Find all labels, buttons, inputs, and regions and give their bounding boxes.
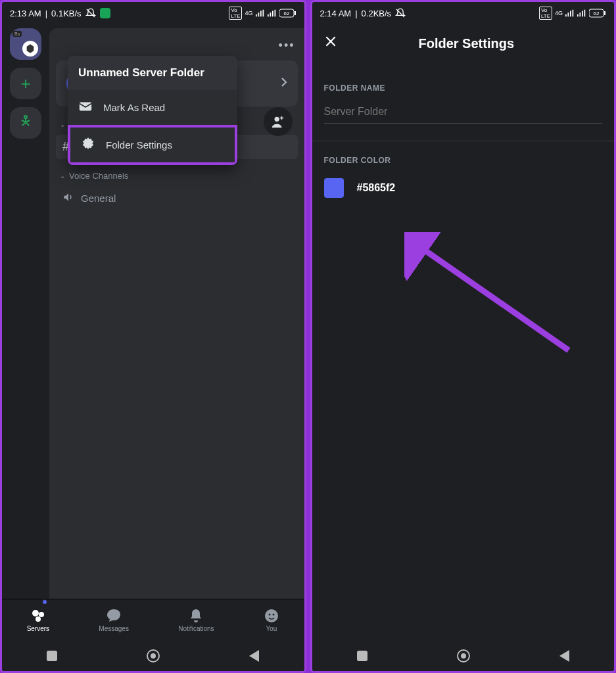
status-sep: | — [355, 9, 357, 18]
svg-rect-3 — [260, 11, 262, 17]
folder-settings-item[interactable]: Folder Settings — [68, 125, 237, 165]
svg-rect-2 — [258, 12, 259, 16]
svg-rect-5 — [268, 14, 269, 17]
context-menu-title: Unnamed Server Folder — [68, 56, 237, 90]
nav-you[interactable]: You — [264, 608, 279, 632]
server-folder[interactable]: Bs — [10, 28, 41, 60]
server-rail: Bs + — [2, 24, 49, 599]
svg-point-21 — [268, 614, 270, 616]
svg-rect-26 — [570, 11, 571, 17]
svg-rect-24 — [565, 14, 567, 17]
folder-color-label: FOLDER COLOR — [324, 156, 603, 165]
voice-channels-header[interactable]: ⌄ Voice Channels — [56, 168, 298, 183]
mute-icon — [395, 8, 406, 18]
settings-header: Folder Settings — [312, 24, 615, 62]
network-label: 4G — [245, 10, 252, 16]
back-button[interactable] — [249, 650, 259, 662]
signal-icon — [565, 9, 575, 17]
svg-rect-33 — [604, 11, 605, 15]
voice-channel-general[interactable]: General — [56, 186, 298, 210]
speaker-icon — [62, 191, 74, 205]
divider — [312, 141, 615, 141]
home-button[interactable] — [147, 649, 160, 662]
chevron-right-icon — [281, 77, 287, 90]
recent-apps-button[interactable] — [357, 651, 367, 661]
system-nav — [2, 641, 304, 671]
close-button[interactable] — [324, 35, 337, 52]
svg-rect-30 — [582, 11, 583, 17]
svg-text:62: 62 — [594, 11, 600, 16]
app-badge-icon — [100, 8, 110, 18]
svg-rect-4 — [262, 10, 264, 17]
status-speed: 0.1KB/s — [51, 9, 82, 18]
status-time: 2:13 AM — [10, 9, 41, 18]
add-friend-button[interactable] — [264, 107, 293, 136]
nav-servers[interactable]: Servers — [27, 608, 49, 632]
folder-server-icon[interactable] — [22, 41, 38, 57]
svg-rect-31 — [584, 10, 586, 17]
recent-apps-button[interactable] — [47, 651, 57, 661]
network-label: 4G — [555, 10, 563, 16]
nav-notifications-label: Notifications — [178, 625, 214, 632]
student-hub-button[interactable] — [10, 107, 41, 139]
svg-rect-1 — [256, 14, 257, 17]
svg-text:62: 62 — [283, 11, 289, 16]
voice-channels-label: Voice Channels — [69, 171, 128, 181]
svg-point-22 — [272, 614, 274, 616]
status-bar: 2:13 AM | 0.1KB/s VoLTE 4G 62 — [2, 2, 304, 24]
more-icon[interactable]: ••• — [279, 39, 295, 53]
status-bar: 2:14 AM | 0.2KB/s VoLTE 4G 62 — [312, 2, 615, 24]
nav-notifications[interactable]: Notifications — [178, 608, 214, 632]
battery-icon: 62 — [279, 9, 296, 18]
status-sep: | — [45, 9, 47, 18]
back-button[interactable] — [559, 650, 569, 662]
chevron-down-icon: ⌄ — [60, 172, 65, 179]
color-swatch — [324, 178, 344, 198]
mail-icon — [78, 99, 93, 116]
svg-rect-25 — [568, 12, 569, 16]
phone-left: 2:13 AM | 0.1KB/s VoLTE 4G 62 Bs — [0, 0, 306, 673]
folder-name-input[interactable] — [324, 101, 603, 124]
status-time: 2:14 AM — [320, 9, 352, 18]
svg-rect-27 — [573, 10, 574, 17]
svg-rect-8 — [274, 10, 275, 17]
volte-icon: VoLTE — [229, 7, 242, 20]
chevron-down-icon: ⌄ — [60, 121, 65, 128]
phone-right: 2:14 AM | 0.2KB/s VoLTE 4G 62 Folder Set… — [310, 0, 617, 673]
svg-rect-7 — [272, 11, 273, 17]
signal-icon-2 — [268, 9, 277, 17]
color-hex-value: #5865f2 — [357, 182, 396, 194]
svg-rect-10 — [295, 11, 296, 15]
folder-color-row[interactable]: #5865f2 — [324, 178, 603, 198]
mute-icon — [85, 8, 96, 18]
folder-context-menu: Unnamed Server Folder Mark As Read Folde… — [68, 56, 237, 165]
folder-settings-label: Folder Settings — [106, 139, 172, 151]
nav-messages-label: Messages — [99, 625, 129, 632]
nav-messages[interactable]: Messages — [99, 608, 129, 632]
mark-as-read-item[interactable]: Mark As Read — [68, 90, 237, 125]
nav-you-label: You — [266, 625, 277, 632]
nav-servers-label: Servers — [27, 625, 49, 632]
signal-icon — [256, 9, 265, 17]
status-speed: 0.2KB/s — [362, 9, 392, 18]
home-button[interactable] — [457, 649, 470, 662]
voice-channel-name: General — [81, 193, 116, 204]
battery-icon: 62 — [589, 9, 606, 18]
svg-rect-29 — [580, 12, 581, 16]
notification-dot — [41, 599, 48, 605]
folder-badge: Bs — [12, 31, 22, 37]
svg-rect-6 — [270, 12, 271, 16]
bottom-nav: Servers Messages Notifications You — [2, 599, 304, 641]
gear-icon — [81, 137, 95, 153]
svg-rect-28 — [577, 14, 579, 17]
settings-body: FOLDER NAME FOLDER COLOR #5865f2 — [312, 62, 615, 204]
svg-point-13 — [274, 117, 279, 122]
mark-as-read-label: Mark As Read — [103, 102, 165, 113]
svg-point-12 — [24, 116, 27, 118]
svg-point-20 — [265, 609, 278, 622]
page-title: Folder Settings — [350, 36, 583, 51]
system-nav — [312, 641, 615, 671]
folder-name-label: FOLDER NAME — [324, 83, 603, 93]
svg-point-19 — [36, 616, 41, 622]
add-server-button[interactable]: + — [10, 68, 41, 99]
